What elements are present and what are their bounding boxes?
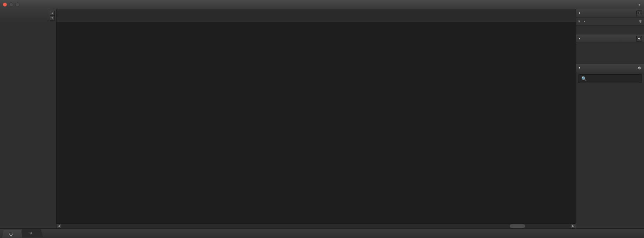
horizontal-scrollbar[interactable]: ◀ ▶ <box>56 223 576 228</box>
add-analyzer-button[interactable]: + <box>636 36 642 42</box>
channel-sidebar: ▲ ▼ <box>0 9 56 228</box>
analyzers-header[interactable]: ▼ + <box>576 35 644 43</box>
capture-icon: ⊙ <box>9 231 13 237</box>
gear-icon[interactable]: ✻ <box>636 65 642 71</box>
annotations-header[interactable]: ▼ + <box>576 9 644 17</box>
search-icon: 🔍 <box>581 76 587 81</box>
add-annotation-button[interactable]: + <box>636 10 642 16</box>
minimize-window-icon[interactable] <box>9 2 13 7</box>
right-sidebar: ▼ + ▾ ▼ ✻ ▼ + ▼ ✻ 🔍 <box>576 9 644 228</box>
bottom-tab-bar: ⊙ ✻ <box>0 228 644 238</box>
close-window-icon[interactable] <box>3 2 7 7</box>
sim-down-button[interactable]: ▼ <box>50 16 55 21</box>
start-simulation-button[interactable]: ▲ ▼ <box>0 9 56 22</box>
search-protocols-input[interactable]: 🔍 <box>578 74 642 83</box>
collapse-icon: ▼ <box>578 66 581 69</box>
window-controls <box>0 2 20 7</box>
chevron-down-icon: ▼ <box>583 20 586 23</box>
collapse-icon: ▼ <box>578 12 581 15</box>
gear-icon[interactable]: ✻ <box>29 231 32 236</box>
titlebar: ▾ <box>0 0 644 9</box>
options-button[interactable]: ▾ <box>634 2 644 7</box>
maximize-window-icon[interactable] <box>15 2 20 7</box>
tab-file[interactable]: ✻ <box>22 229 43 238</box>
time-ruler <box>56 9 576 22</box>
chevron-down-icon: ▾ <box>638 2 641 7</box>
collapse-icon: ▼ <box>578 37 581 40</box>
sim-up-button[interactable]: ▲ <box>50 11 55 16</box>
scroll-right-button[interactable]: ▶ <box>571 224 576 229</box>
marker-a2 <box>579 31 641 33</box>
marker-flag-icon: ▾ <box>578 19 580 24</box>
tab-capture[interactable]: ⊙ <box>2 230 22 238</box>
annotations-body <box>576 25 644 35</box>
waveform-view[interactable]: ◀ ▶ <box>56 9 576 228</box>
gear-icon[interactable]: ✻ <box>639 19 642 24</box>
timing-marker-pair[interactable]: ▾ ▼ ✻ <box>576 17 644 25</box>
decoded-protocols-header[interactable]: ▼ ✻ <box>576 64 644 72</box>
scroll-thumb[interactable] <box>510 224 525 228</box>
scroll-left-button[interactable]: ◀ <box>56 224 61 229</box>
